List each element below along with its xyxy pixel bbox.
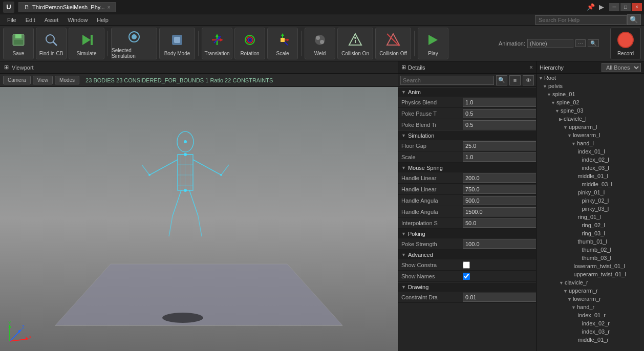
details-close-btn[interactable]: × [529, 64, 533, 71]
help-search-input[interactable] [535, 15, 627, 25]
bone-item[interactable]: pinky_03_l [536, 205, 644, 213]
menu-file[interactable]: File [3, 16, 20, 24]
bone-item[interactable]: ▼Root [536, 74, 644, 82]
handle-angular-1-input[interactable] [463, 196, 536, 205]
show-names-checkbox[interactable] [463, 273, 470, 280]
bone-item[interactable]: index_02_r [536, 319, 644, 327]
maximize-button[interactable]: □ [620, 3, 631, 11]
bone-item[interactable]: upperarm_twist_01_l [536, 270, 644, 278]
close-button[interactable]: × [632, 3, 642, 11]
animation-search-btn[interactable]: 🔍 [588, 39, 599, 47]
bone-item[interactable]: thumb_01_l [536, 237, 644, 246]
simulate-button[interactable]: Simulate [69, 28, 104, 59]
minimize-button[interactable]: ─ [609, 3, 619, 11]
rotation-button[interactable]: Rotation [234, 28, 265, 59]
bone-item[interactable]: pinky_02_l [536, 196, 644, 205]
bone-item[interactable]: thumb_02_l [536, 246, 644, 254]
section-header-mouse-spring[interactable]: ▼ Mouse Spring [398, 163, 536, 172]
translation-button[interactable]: Translation [202, 28, 232, 59]
play-button[interactable]: Play [418, 28, 448, 59]
collision-on-button[interactable]: Collision On [337, 28, 373, 59]
bone-item[interactable]: ▼spine_02 [536, 98, 644, 106]
bone-item[interactable]: ▼upperarm_r [536, 287, 644, 295]
camera-button[interactable]: Camera [3, 76, 31, 84]
animation-browse-btn[interactable]: ⋯ [575, 39, 586, 47]
scale-button[interactable]: Scale [267, 28, 298, 59]
section-header-simulation[interactable]: ▼ Simulation [398, 130, 536, 140]
tab-file-icon: 🗋 [24, 4, 30, 10]
bone-item[interactable]: ring_02_l [536, 221, 644, 229]
bone-item[interactable]: ▼upperarm_l [536, 123, 644, 131]
record-button[interactable]: Record [610, 28, 641, 59]
section-header-anim[interactable]: ▼ Anim [398, 87, 536, 97]
bone-item[interactable]: ▼clavicle_r [536, 278, 644, 287]
bone-item[interactable]: ▶clavicle_l [536, 115, 644, 123]
bone-item[interactable]: ring_01_l [536, 213, 644, 221]
bone-item[interactable]: ▼pelvis [536, 82, 644, 90]
details-search-input[interactable] [400, 76, 494, 85]
menu-edit[interactable]: Edit [22, 16, 39, 24]
bone-item[interactable]: ▼spine_01 [536, 90, 644, 98]
show-constraints-value [463, 261, 533, 269]
details-list-view-btn[interactable]: ≡ [509, 75, 521, 85]
bone-item[interactable]: middle_01_l [536, 172, 644, 180]
search-submit-btn[interactable]: 🔍 [627, 14, 641, 25]
handle-linear-1-input[interactable] [463, 173, 536, 183]
find-in-cb-button[interactable]: Find in CB [36, 28, 67, 59]
body-mode-button[interactable]: Body Mode [159, 28, 195, 59]
bone-item[interactable]: index_03_r [536, 327, 644, 336]
bone-item[interactable]: middle_01_r [536, 336, 644, 344]
poke-blend-input[interactable] [463, 120, 536, 129]
prop-floor-gap: Floor Gap ↺ [398, 140, 536, 151]
save-button[interactable]: Save [3, 28, 34, 59]
bone-item[interactable]: ▼lowerarm_r [536, 295, 644, 303]
bone-item[interactable]: ▼lowerarm_l [536, 131, 644, 139]
save-icon [9, 31, 28, 49]
bone-item[interactable]: pinky_01_l [536, 188, 644, 196]
scale-prop-input[interactable] [463, 152, 536, 162]
menu-window[interactable]: Window [63, 16, 92, 24]
collision-off-button[interactable]: Collision Off [375, 28, 411, 59]
section-header-drawing[interactable]: ▼ Drawing [398, 282, 536, 292]
interpolation-input[interactable] [463, 218, 536, 228]
view-button[interactable]: View [33, 76, 53, 84]
selected-simulation-button[interactable]: Selected Simulation [111, 28, 157, 59]
show-constraints-checkbox[interactable] [463, 261, 470, 269]
constraint-draw-input[interactable] [463, 293, 536, 302]
scale-prop-label: Scale [401, 154, 463, 160]
section-header-poking[interactable]: ▼ Poking [398, 229, 536, 238]
details-search-icon-btn[interactable]: 🔍 [496, 75, 507, 85]
floor-gap-input[interactable] [463, 141, 536, 150]
bone-item[interactable]: index_01_l [536, 147, 644, 156]
handle-angular-2-input[interactable] [463, 207, 536, 216]
animation-select[interactable] [527, 39, 573, 48]
bone-item[interactable]: middle_03_l [536, 180, 644, 188]
bone-item[interactable]: ▼spine_03 [536, 106, 644, 115]
section-header-advanced[interactable]: ▼ Advanced [398, 250, 536, 259]
menu-help[interactable]: Help [93, 16, 113, 24]
handle-linear-2-value: ↺ [463, 185, 536, 194]
bone-item[interactable]: lowerarm_twist_01_l [536, 262, 644, 270]
bone-item[interactable]: index_02_l [536, 156, 644, 164]
physics-blend-input[interactable] [463, 98, 536, 107]
bone-item[interactable]: ▼hand_r [536, 303, 644, 311]
viewport-canvas[interactable]: Z X Y [0, 87, 398, 351]
pin-icon[interactable]: 📌 [587, 3, 595, 11]
bone-item[interactable]: index_01_r [536, 311, 644, 319]
bones-filter-select[interactable]: All Bones [602, 63, 641, 72]
svg-point-8 [132, 34, 137, 39]
active-tab[interactable]: 🗋 ThirdPersonSkelMesh_Phy... × [18, 2, 116, 12]
details-options-btn[interactable]: 👁 [523, 75, 534, 85]
bone-item[interactable]: ring_03_l [536, 229, 644, 237]
bone-item[interactable]: index_03_l [536, 164, 644, 172]
tab-close-btn[interactable]: × [108, 5, 111, 10]
menu-asset[interactable]: Asset [40, 16, 63, 24]
weld-button[interactable]: Weld [305, 28, 335, 59]
bone-item[interactable]: thumb_03_l [536, 254, 644, 262]
handle-linear-2-input[interactable] [463, 185, 536, 194]
modes-button[interactable]: Modes [55, 76, 79, 84]
bone-item[interactable]: ▼hand_l [536, 139, 644, 147]
arrow-icon[interactable]: ▶ [599, 3, 604, 11]
poke-pause-input[interactable] [463, 109, 536, 118]
poke-strength-input[interactable] [463, 239, 536, 249]
